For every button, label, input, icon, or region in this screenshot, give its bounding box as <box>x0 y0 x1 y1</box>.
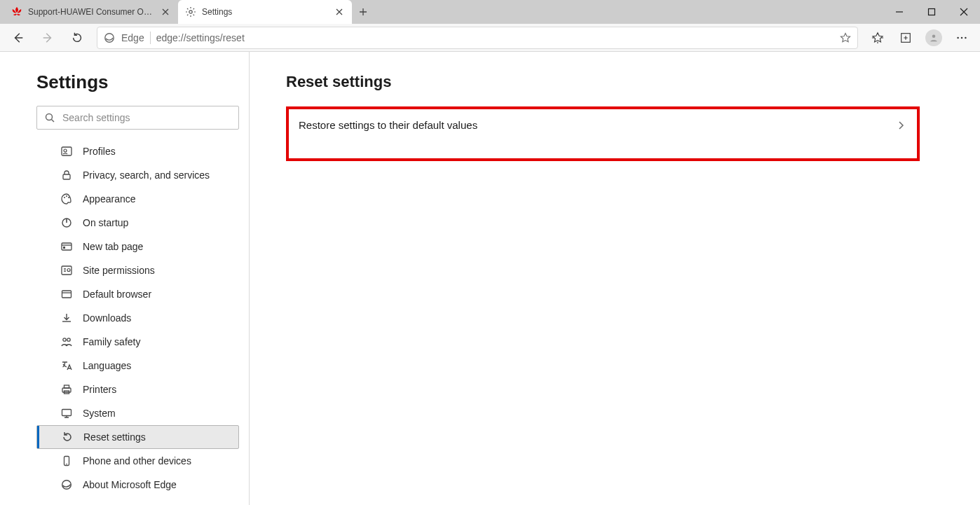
sidebar-item-label: Downloads <box>83 312 131 324</box>
family-icon <box>60 335 73 348</box>
search-input[interactable] <box>62 112 231 123</box>
gear-icon <box>185 6 196 18</box>
back-button[interactable] <box>4 24 32 52</box>
sidebar-item-printers[interactable]: Printers <box>53 378 239 401</box>
svg-point-21 <box>63 338 66 341</box>
page-title: Reset settings <box>286 73 952 91</box>
sidebar-item-downloads[interactable]: Downloads <box>53 306 239 330</box>
newtab-icon <box>60 240 73 253</box>
settings-main: Reset settings Restore settings to their… <box>250 52 980 505</box>
sidebar-item-label: Default browser <box>83 289 151 300</box>
svg-point-12 <box>64 197 65 198</box>
search-settings[interactable] <box>36 106 239 130</box>
tab-title: Support-HUAWEI Consumer Offi... <box>28 7 154 17</box>
window-icon <box>60 288 73 300</box>
svg-rect-17 <box>63 247 65 249</box>
settings-sidebar: Settings ProfilesPrivacy, search, and se… <box>0 52 250 505</box>
sidebar-item-label: Family safety <box>83 336 140 347</box>
sidebar-item-label: Profiles <box>83 146 116 157</box>
svg-rect-23 <box>62 388 71 392</box>
svg-point-13 <box>66 195 67 197</box>
close-window-button[interactable] <box>948 0 980 24</box>
svg-point-6 <box>961 36 963 39</box>
edge-icon <box>103 32 116 44</box>
favorite-star-icon[interactable] <box>839 32 852 44</box>
close-tab-button[interactable] <box>160 6 171 18</box>
svg-rect-1 <box>929 9 935 15</box>
svg-point-29 <box>62 480 72 490</box>
sidebar-item-about-microsoft-edge[interactable]: About Microsoft Edge <box>53 473 239 497</box>
svg-point-7 <box>965 36 967 39</box>
collections-button[interactable] <box>892 24 920 52</box>
toolbar-right <box>864 24 976 52</box>
sidebar-item-privacy-search-and-services[interactable]: Privacy, search, and services <box>53 163 239 187</box>
sidebar-item-reset-settings[interactable]: Reset settings <box>36 425 239 449</box>
sidebar-item-label: Printers <box>83 384 116 395</box>
sidebar-item-new-tab-page[interactable]: New tab page <box>53 235 239 258</box>
svg-point-22 <box>67 338 70 341</box>
sidebar-item-site-permissions[interactable]: Site permissions <box>53 258 239 282</box>
sidebar-item-label: Appearance <box>83 193 136 205</box>
window-controls <box>883 0 980 24</box>
reset-icon <box>61 431 74 443</box>
tab-huawei[interactable]: Support-HUAWEI Consumer Offi... <box>4 0 178 24</box>
settings-nav: ProfilesPrivacy, search, and servicesApp… <box>36 139 239 497</box>
close-tab-button[interactable] <box>334 6 345 18</box>
svg-point-19 <box>67 269 70 272</box>
restore-defaults-row[interactable]: Restore settings to their default values <box>286 106 920 161</box>
sidebar-item-label: On startup <box>83 217 128 228</box>
tab-settings[interactable]: Settings <box>178 0 352 24</box>
profile-button[interactable] <box>920 24 948 52</box>
sidebar-item-label: About Microsoft Edge <box>83 479 177 490</box>
search-icon <box>44 112 55 123</box>
sidebar-item-phone-and-other-devices[interactable]: Phone and other devices <box>53 449 239 473</box>
maximize-button[interactable] <box>916 0 948 24</box>
svg-point-8 <box>46 114 53 120</box>
sidebar-item-languages[interactable]: Languages <box>53 354 239 378</box>
restore-defaults-label: Restore settings to their default values <box>299 119 477 131</box>
sidebar-item-label: Phone and other devices <box>83 455 191 466</box>
more-button[interactable] <box>948 24 976 52</box>
lock-icon <box>60 169 73 181</box>
sidebar-item-label: Site permissions <box>83 265 155 276</box>
huawei-favicon <box>11 6 22 18</box>
sidebar-item-label: New tab page <box>83 241 143 252</box>
download-icon <box>60 312 73 324</box>
profile-card-icon <box>60 145 73 158</box>
svg-point-10 <box>64 149 67 152</box>
power-icon <box>60 216 73 229</box>
omnibox-separator <box>150 32 151 44</box>
forward-button[interactable] <box>34 24 62 52</box>
sidebar-heading: Settings <box>36 71 239 93</box>
sidebar-item-label: System <box>83 408 116 419</box>
new-tab-button[interactable] <box>352 0 374 24</box>
toolbar: Edge edge://settings/reset <box>0 24 980 52</box>
sidebar-item-label: Privacy, search, and services <box>83 170 210 181</box>
sidebar-item-family-safety[interactable]: Family safety <box>53 330 239 354</box>
svg-rect-11 <box>63 174 70 179</box>
sidebar-item-profiles[interactable]: Profiles <box>53 139 239 163</box>
tabstrip-spacer <box>374 0 883 24</box>
svg-rect-20 <box>62 291 72 298</box>
svg-point-28 <box>66 464 67 465</box>
omnibox-url: edge://settings/reset <box>156 32 833 43</box>
minimize-button[interactable] <box>883 0 916 24</box>
sidebar-item-on-startup[interactable]: On startup <box>53 211 239 235</box>
svg-rect-26 <box>62 410 72 416</box>
address-bar[interactable]: Edge edge://settings/reset <box>97 27 858 49</box>
svg-point-14 <box>68 197 69 198</box>
edge-icon <box>60 478 73 491</box>
phone-icon <box>60 455 73 467</box>
svg-point-0 <box>189 11 192 13</box>
sidebar-item-default-browser[interactable]: Default browser <box>53 282 239 306</box>
refresh-button[interactable] <box>63 24 91 52</box>
sidebar-item-system[interactable]: System <box>53 401 239 425</box>
tab-title: Settings <box>202 7 328 17</box>
languages-icon <box>60 359 73 372</box>
sidebar-item-label: Languages <box>83 360 131 371</box>
tab-strip: Support-HUAWEI Consumer Offi... Settings <box>0 0 980 24</box>
omnibox-protocol: Edge <box>121 32 144 43</box>
sidebar-item-appearance[interactable]: Appearance <box>53 187 239 211</box>
chevron-right-icon <box>894 119 907 132</box>
favorites-button[interactable] <box>864 24 892 52</box>
